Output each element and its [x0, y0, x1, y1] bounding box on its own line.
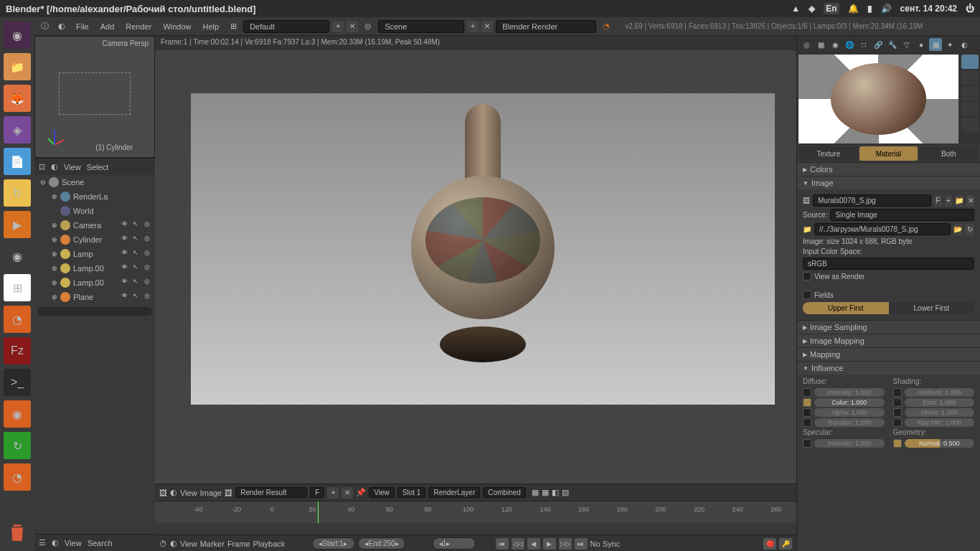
channel-rgb-icon[interactable]: ▦ [542, 488, 549, 497]
expand-icon[interactable]: ⊕ [52, 193, 60, 200]
alpha-slider[interactable]: Alpha: 1.000 [814, 408, 885, 417]
panel-influence[interactable]: ▼Influence [797, 361, 980, 375]
render-viewport[interactable] [155, 36, 796, 484]
view-as-render-checkbox[interactable] [803, 272, 811, 281]
scene-dropdown[interactable]: Scene [378, 20, 464, 33]
renderlayer-dropdown[interactable]: RenderLayer [428, 487, 480, 498]
panel-image[interactable]: ▼Image [797, 176, 980, 189]
view-menu[interactable]: View [180, 489, 197, 497]
frame-menu[interactable]: Frame [227, 540, 250, 548]
launcher-blender[interactable]: ◔ [4, 306, 31, 333]
source-dropdown[interactable]: Single Image [830, 209, 974, 221]
channel-z-icon[interactable]: ▨ [562, 488, 569, 497]
remove-scene-button[interactable]: ✕ [481, 21, 493, 32]
select-toggle[interactable]: ↖ [131, 235, 141, 245]
visibility-toggle[interactable]: 👁 [119, 235, 129, 245]
menu-collapse-icon[interactable]: ◐ [55, 19, 69, 34]
menu-collapse-icon[interactable]: ◐ [51, 162, 58, 171]
fake-user-button[interactable]: F [310, 487, 324, 498]
view-menu[interactable]: View [65, 539, 82, 547]
launcher-app2[interactable]: 📄 [4, 148, 31, 175]
launcher-files[interactable]: 📁 [4, 53, 31, 80]
trash-icon[interactable] [6, 521, 29, 544]
normal-checkbox[interactable] [893, 439, 902, 448]
start-frame-field[interactable]: ◂ Start: 1 ▸ [312, 537, 355, 550]
expand-icon[interactable]: ⊕ [52, 222, 60, 229]
outliner-item-renderlayers[interactable]: ⊕ RenderLa [34, 189, 155, 204]
context-data-icon[interactable]: ▽ [900, 38, 913, 51]
panel-mapping[interactable]: ▶Mapping [797, 347, 980, 361]
tab-material[interactable]: Material [859, 146, 918, 161]
path-icon[interactable]: 📁 [803, 225, 811, 233]
intensity-checkbox[interactable] [803, 388, 811, 397]
channel-rgba-icon[interactable]: ▦ [532, 488, 539, 497]
spec-intensity-slider[interactable]: Intensity: 1.000 [814, 439, 885, 448]
image-path-input[interactable] [814, 223, 951, 235]
select-toggle[interactable]: ↖ [131, 263, 141, 273]
remove-button[interactable]: ✕ [341, 487, 353, 499]
mirror-slider[interactable]: Mirror: 1.000 [905, 408, 975, 417]
menu-collapse-icon[interactable]: ◐ [170, 488, 177, 497]
context-object-icon[interactable]: □ [857, 38, 870, 51]
select-toggle[interactable]: ↖ [131, 278, 141, 288]
launcher-dash[interactable]: ◉ [4, 22, 31, 49]
marker-menu[interactable]: Marker [200, 540, 225, 548]
preview-sky-button[interactable] [961, 118, 979, 132]
ambient-checkbox[interactable] [893, 388, 902, 397]
intensity-slider[interactable]: Intensity: 1.000 [814, 388, 885, 397]
end-frame-field[interactable]: ◂ End: 250 ▸ [358, 537, 405, 550]
scene-icon[interactable]: ◎ [361, 19, 375, 34]
layout-dropdown[interactable]: Default [243, 20, 329, 33]
menu-collapse-icon[interactable]: ◐ [170, 539, 177, 548]
visibility-toggle[interactable]: 👁 [119, 292, 129, 302]
editor-type-icon[interactable]: ⏱ [159, 540, 167, 548]
launcher-steam[interactable]: ◉ [4, 242, 31, 270]
preview-monkey-button[interactable] [961, 86, 979, 100]
context-renderlayers-icon[interactable]: ▦ [814, 38, 827, 51]
colorspace-dropdown[interactable]: sRGB [803, 258, 974, 270]
play-reverse-button[interactable]: ◀ [527, 538, 540, 550]
alpha-checkbox[interactable] [803, 408, 811, 417]
outliner-item-camera[interactable]: ⊕ Camera 👁↖◎ [34, 218, 155, 232]
normal-slider[interactable]: Normal: 0.500 [905, 439, 975, 448]
launcher-app5[interactable]: ◉ [4, 400, 31, 428]
keyset-icon[interactable]: 🔑 [779, 538, 792, 550]
menu-window[interactable]: Window [159, 22, 195, 31]
render-toggle[interactable]: ◎ [142, 263, 152, 273]
menu-help[interactable]: Help [199, 22, 224, 31]
context-particles-icon[interactable]: ✦ [943, 38, 956, 51]
preview-sphere-button[interactable] [961, 55, 979, 69]
screen-layout-icon[interactable]: ⊞ [226, 19, 240, 34]
transluc-checkbox[interactable] [803, 418, 811, 427]
jump-end-button[interactable]: ⏭ [575, 538, 588, 550]
tray-icon[interactable]: ▲ [791, 4, 800, 14]
preview-hair-button[interactable] [961, 102, 979, 116]
transluc-slider[interactable]: Transluc: 1.000 [814, 418, 885, 427]
sync-dropdown[interactable]: No Sync [590, 540, 621, 548]
timeline-ruler[interactable]: -40 -20 0 20 40 60 80 100 120 140 160 18… [155, 501, 796, 523]
menu-render[interactable]: Render [121, 22, 156, 31]
raymirr-checkbox[interactable] [893, 418, 902, 427]
keyframe-next-button[interactable]: ▷▷ [559, 538, 572, 550]
launcher-app6[interactable]: ↻ [4, 432, 31, 459]
open-image-button[interactable]: 📁 [955, 195, 963, 207]
clock[interactable]: сент. 14 20:42 [900, 4, 957, 14]
outliner-item-lamp[interactable]: ⊕ Lamp 👁↖◎ [34, 247, 155, 261]
outliner-item-cylinder[interactable]: ⊕ Cylinder 👁↖◎ [34, 232, 155, 247]
launcher-app4[interactable]: ▶ [4, 211, 31, 238]
visibility-toggle[interactable]: 👁 [119, 263, 129, 273]
context-physics-icon[interactable]: ◐ [958, 38, 971, 51]
outliner-item-world[interactable]: World [34, 204, 155, 218]
color-checkbox[interactable] [803, 398, 811, 407]
color-slider[interactable]: Color: 1.000 [814, 398, 885, 407]
channel-alpha-icon[interactable]: ◧ [552, 488, 559, 497]
expand-icon[interactable]: ⊖ [40, 179, 49, 186]
battery-icon[interactable]: ▮ [867, 4, 872, 14]
playhead[interactable] [318, 501, 319, 523]
bell-icon[interactable]: 🔔 [848, 4, 859, 14]
preview-render[interactable] [798, 55, 958, 143]
expand-icon[interactable]: ⊕ [52, 279, 60, 286]
image-menu[interactable]: Image [200, 489, 222, 497]
context-material-icon[interactable]: ● [915, 38, 928, 51]
render-toggle[interactable]: ◎ [142, 278, 152, 288]
